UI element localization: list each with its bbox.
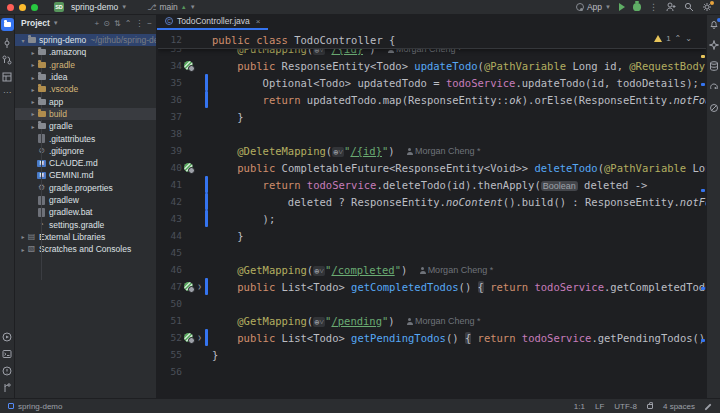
chevron-icon[interactable]: ▸ [29, 123, 37, 130]
fold-arrow-icon[interactable]: ❯ [195, 334, 204, 342]
tree-item--amazonq[interactable]: ▸.amazonq [15, 46, 156, 58]
tree-item-claude-md[interactable]: MCLAUDE.md [15, 157, 156, 169]
code-line-41[interactable]: 41 return todoService.deleteTodo(id).the… [158, 176, 706, 193]
pull-requests-tool-button[interactable] [2, 55, 12, 65]
code-with-me-icon[interactable] [666, 2, 676, 12]
window-controls[interactable] [7, 4, 38, 11]
problems-tool-button[interactable] [2, 366, 12, 376]
indent-setting[interactable]: 4 spaces [663, 402, 695, 411]
code-line-56[interactable]: 56 [158, 363, 706, 380]
tree-item-gradle[interactable]: ▸gradle [15, 120, 156, 132]
tree-item--gitignore[interactable]: ⊘.gitignore [15, 145, 156, 157]
more-actions-button[interactable]: ⋮ [649, 2, 658, 12]
endpoint-gutter-icon[interactable] [182, 282, 195, 291]
code-editor[interactable]: 1 ⌃ ⌄ 12public class TodoController { 33… [158, 31, 706, 398]
code-line-45[interactable]: 45 [158, 244, 706, 261]
gradle-button[interactable] [709, 82, 719, 92]
code-line-51[interactable]: 51 @GetMapping(⊕˅"/pending") Morgan Chen… [158, 312, 706, 329]
locate-file-button[interactable]: ⊙ [103, 19, 110, 28]
inspections-widget[interactable]: 1 ⌃ ⌄ [654, 34, 692, 43]
database-button[interactable] [709, 61, 719, 71]
sticky-header-line[interactable]: 12public class TodoController { [158, 31, 706, 49]
debug-button[interactable] [633, 3, 641, 11]
structure-tool-button[interactable] [2, 72, 12, 82]
vcs-branch-widget[interactable]: ⎇ main ▲ ▼ [147, 2, 196, 12]
run-button[interactable] [619, 3, 625, 11]
close-window-button[interactable] [7, 4, 14, 11]
chevron-icon[interactable]: ▸ [29, 98, 37, 105]
chevron-icon[interactable]: ▸ [19, 246, 27, 253]
terminal-tool-button[interactable] [2, 349, 12, 359]
read-only-lock-icon[interactable] [647, 404, 653, 409]
code-line-37[interactable]: 37 } [158, 108, 706, 125]
run-configuration-selector[interactable]: App ▼ [576, 2, 611, 12]
dependencies-button[interactable] [709, 103, 719, 113]
endpoint-gutter-icon[interactable] [182, 163, 195, 172]
close-tab-icon[interactable]: × [256, 17, 261, 26]
hide-panel-button[interactable]: − [147, 19, 152, 28]
search-icon[interactable] [684, 2, 694, 12]
caret-position[interactable]: 1:1 [574, 402, 585, 411]
project-tool-button[interactable] [1, 18, 14, 31]
notifications-button[interactable] [709, 19, 719, 29]
settings-button[interactable] [702, 2, 712, 12]
tree-item-gradle-properties[interactable]: ⚙gradle.properties [15, 182, 156, 194]
code-line-46[interactable]: 46 @GetMapping(⊕˅"/completed") Morgan Ch… [158, 261, 706, 278]
code-line-39[interactable]: 39 @DeleteMapping(⊕˅"/{id}") Morgan Chen… [158, 142, 706, 159]
zoom-window-button[interactable] [31, 4, 38, 11]
chevron-icon[interactable]: ▸ [19, 233, 27, 240]
code-line-42[interactable]: 42 deleted ? ResponseEntity.noContent().… [158, 193, 706, 210]
tree-item-build[interactable]: ▸build [15, 108, 156, 120]
editor-scrollbar[interactable] [701, 31, 705, 398]
chevron-icon[interactable]: ▸ [29, 110, 37, 117]
tree-item-settings-gradle[interactable]: ◔settings.gradle [15, 218, 156, 230]
sticky-code-line[interactable]: 12public class TodoController { [158, 31, 706, 48]
minimize-window-button[interactable] [19, 4, 26, 11]
tree-item-gradlew[interactable]: gradlew [15, 194, 156, 206]
code-line-52[interactable]: 52❯ public List<Todo> getPendingTodos() … [158, 329, 706, 346]
endpoint-gutter-icon[interactable] [182, 333, 195, 342]
code-line-36[interactable]: 36 return updatedTodo.map(ResponseEntity… [158, 91, 706, 108]
chevron-icon[interactable]: ▸ [29, 61, 37, 68]
edit-mode-icon[interactable] [705, 403, 712, 410]
tree-item--vscode[interactable]: ▸.vscode [15, 83, 156, 95]
tree-item--gitattributes[interactable]: .gitattributes [15, 132, 156, 144]
code-line-38[interactable]: 38 [158, 125, 706, 142]
code-line-47[interactable]: 47❯ public List<Todo> getCompletedTodos(… [158, 278, 706, 295]
collapse-all-button[interactable]: ⌃ [125, 19, 132, 28]
file-encoding[interactable]: UTF-8 [614, 402, 637, 411]
code-line-55[interactable]: 55} [158, 346, 706, 363]
git-tool-button[interactable] [2, 383, 12, 393]
chevron-icon[interactable]: ▸ [29, 74, 37, 81]
tree-item-gradlew-bat[interactable]: gradlew.bat [15, 206, 156, 218]
expand-button[interactable]: ⇅ [114, 19, 121, 28]
chevron-down-icon[interactable]: ▼ [53, 20, 59, 26]
line-ending[interactable]: LF [595, 402, 604, 411]
add-button[interactable]: + [95, 19, 100, 28]
tree-item--idea[interactable]: ▸.idea [15, 71, 156, 83]
tab-todocontroller[interactable]: C TodoController.java × [157, 14, 268, 30]
tree-item-gemini-md[interactable]: MGEMINI.md [15, 169, 156, 181]
prev-problem-icon[interactable]: ⌃ [675, 34, 682, 43]
fold-arrow-icon[interactable]: ❯ [195, 283, 204, 291]
more-options-button[interactable]: ⋮ [135, 19, 143, 28]
chevron-icon[interactable]: ▸ [29, 49, 37, 56]
project-widget[interactable]: SD spring-demo ▼ [50, 2, 131, 12]
next-problem-icon[interactable]: ⌄ [685, 34, 692, 43]
tree-item-scratches-and-consoles[interactable]: ▸▧Scratches and Consoles [15, 243, 156, 255]
chevron-icon[interactable]: ▸ [29, 86, 37, 93]
status-project-name[interactable]: spring-demo [18, 402, 62, 411]
tree-item--gradle[interactable]: ▸.gradle [15, 59, 156, 71]
commit-tool-button[interactable] [2, 38, 12, 48]
ai-assistant-button[interactable] [709, 40, 719, 50]
code-line-40[interactable]: 40 public CompletableFuture<ResponseEnti… [158, 159, 706, 176]
chevron-icon[interactable]: ▾ [19, 37, 27, 44]
tree-item-app[interactable]: ▸app [15, 95, 156, 107]
tree-item-external-libraries[interactable]: ▸▤External Libraries [15, 231, 156, 243]
code-line-44[interactable]: 44 } [158, 227, 706, 244]
code-line-34[interactable]: 34 public ResponseEntity<Todo> updateTod… [158, 57, 706, 74]
more-tools-button[interactable]: ⋯ [3, 89, 11, 97]
endpoint-gutter-icon[interactable] [182, 61, 195, 70]
code-line-50[interactable]: 50 [158, 295, 706, 312]
run-tool-button[interactable] [2, 332, 12, 342]
